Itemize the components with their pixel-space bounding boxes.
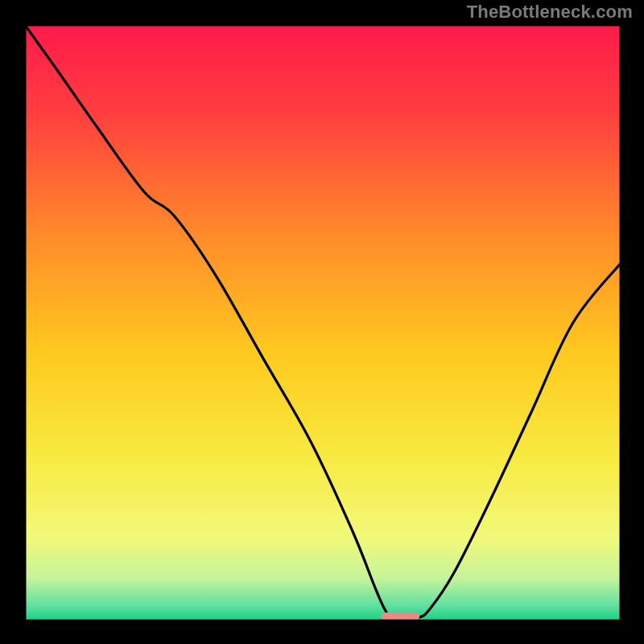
chart-frame: { "watermark": "TheBottleneck.com", "cha… bbox=[0, 0, 644, 644]
optimum-marker bbox=[381, 613, 419, 621]
bottleneck-chart bbox=[0, 0, 644, 644]
plot-background bbox=[25, 25, 621, 621]
watermark-text: TheBottleneck.com bbox=[467, 2, 633, 23]
